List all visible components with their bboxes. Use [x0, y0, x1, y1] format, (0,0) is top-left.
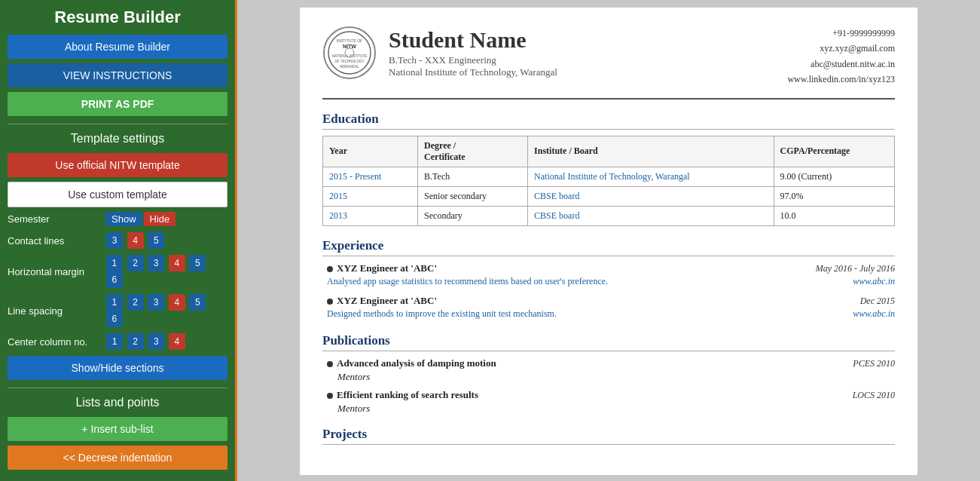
bullet-icon — [327, 393, 333, 399]
edu-institute: CBSE board — [528, 206, 774, 225]
bullet-icon — [327, 361, 333, 367]
edu-year: 2015 — [323, 186, 418, 206]
pub-title-text: Advanced analysis of damping motion — [337, 357, 496, 369]
line-spacing-row: Line spacing 1 2 3 4 5 6 — [8, 294, 227, 327]
contact-linkedin: www.linkedin.com/in/xyz123 — [787, 72, 895, 87]
student-degree: B.Tech - XXX Engineering — [389, 54, 557, 66]
student-name: Student Name — [389, 27, 557, 53]
hm-2-button[interactable]: 2 — [127, 255, 144, 271]
hm-5-button[interactable]: 5 — [189, 255, 206, 271]
hm-3-button[interactable]: 3 — [148, 255, 164, 271]
app-title: Resume Builder — [8, 8, 227, 27]
entry-title-text: XYZ Engineer at 'ABC' — [337, 262, 437, 274]
ls-4-button[interactable]: 4 — [169, 294, 185, 311]
contact-phone: +91-9999999999 — [787, 26, 895, 41]
entry-title: XYZ Engineer at 'ABC' — [327, 295, 437, 307]
edu-col-institute: Institute / Board — [528, 136, 774, 167]
cc-3-button[interactable]: 3 — [148, 333, 164, 350]
entry-details: Analysed app usage statistics to recomme… — [327, 276, 895, 289]
contact-3-button[interactable]: 3 — [106, 232, 123, 249]
contact-lines-label: Contact lines — [8, 235, 105, 247]
pub-subtitle: Mentors — [327, 403, 895, 415]
view-instructions-button[interactable]: VIEW INSTRUCTIONS — [8, 63, 227, 87]
education-title: Education — [322, 112, 895, 130]
edu-year: 2013 — [323, 206, 418, 225]
hm-4-button[interactable]: 4 — [169, 255, 185, 271]
svg-text:WARANGAL: WARANGAL — [340, 65, 359, 69]
edu-degree: B.Tech — [418, 167, 528, 186]
cc-1-button[interactable]: 1 — [106, 333, 123, 350]
contact-5-button[interactable]: 5 — [148, 232, 164, 249]
contact-4-button[interactable]: 4 — [127, 232, 144, 249]
decrease-indent-button[interactable]: << Decrese indentation — [8, 446, 227, 470]
publication-items: Advanced analysis of damping motion PCES… — [322, 357, 895, 415]
hm-6-button[interactable]: 6 — [106, 271, 123, 288]
line-spacing-buttons: 1 2 3 4 5 6 — [105, 294, 227, 327]
list-item: XYZ Engineer at 'ABC' May 2016 - July 20… — [322, 262, 895, 289]
about-button[interactable]: About Resume Builder — [8, 35, 227, 59]
insert-sub-list-button[interactable]: + Insert sub-list — [8, 417, 227, 441]
hm-1-button[interactable]: 1 — [106, 255, 123, 271]
edu-cgpa: 10.0 — [774, 206, 894, 225]
use-custom-template-button[interactable]: Use custom template — [8, 182, 227, 207]
pub-subtitle: Mentors — [327, 371, 895, 383]
edu-cgpa: 97.0% — [774, 186, 894, 206]
edu-year: 2015 - Present — [323, 167, 418, 186]
cc-2-button[interactable]: 2 — [127, 333, 144, 350]
ls-1-button[interactable]: 1 — [106, 294, 123, 311]
list-item: Advanced analysis of damping motion PCES… — [322, 357, 895, 383]
use-official-template-button[interactable]: Use official NITW template — [8, 153, 227, 177]
semester-hide-button[interactable]: Hide — [144, 212, 176, 226]
experience-title: Experience — [322, 238, 895, 256]
lists-title: Lists and points — [8, 396, 227, 409]
ls-3-button[interactable]: 3 — [148, 294, 164, 311]
resume-name-block: Student Name B.Tech - XXX Engineering Na… — [389, 27, 557, 78]
edu-institute: CBSE board — [528, 186, 774, 206]
edu-institute: National Institute of Technology, Warang… — [528, 167, 774, 186]
bullet-icon — [327, 266, 333, 272]
ls-6-button[interactable]: 6 — [106, 311, 123, 327]
entry-row: XYZ Engineer at 'ABC' May 2016 - July 20… — [327, 262, 895, 274]
resume-header-left: INSTITUTE OF NITW NATIONAL INSTITUTE OF … — [322, 26, 557, 80]
entry-link: www.abc.in — [853, 276, 895, 289]
svg-point-0 — [324, 27, 375, 78]
pub-row: Advanced analysis of damping motion PCES… — [327, 357, 895, 369]
sidebar: Resume Builder About Resume Builder VIEW… — [0, 0, 237, 481]
horizontal-margin-label: Horizontal margin — [8, 266, 105, 277]
contact-email2: abc@student.nitw.ac.in — [787, 57, 895, 72]
center-column-row: Center column no. 1 2 3 4 — [8, 333, 227, 350]
resume-contact: +91-9999999999 xyz.xyz@gmail.com abc@stu… — [787, 26, 895, 87]
resume-document: INSTITUTE OF NITW NATIONAL INSTITUTE OF … — [300, 8, 917, 475]
print-pdf-button[interactable]: PRINT AS PDF — [8, 92, 227, 116]
pub-row: Efficient ranking of search results LOCS… — [327, 389, 895, 401]
publications-title: Publications — [322, 333, 895, 351]
education-section: Education Year Degree /Certificate Insti… — [322, 112, 895, 226]
education-table-body: 2015 - Present B.Tech National Institute… — [323, 167, 895, 225]
ls-2-button[interactable]: 2 — [127, 294, 144, 311]
resume-header: INSTITUTE OF NITW NATIONAL INSTITUTE OF … — [322, 26, 895, 100]
edu-degree: Secondary — [418, 206, 528, 225]
entry-link: www.abc.in — [853, 308, 895, 321]
line-spacing-label: Line spacing — [8, 305, 105, 317]
semester-show-button[interactable]: Show — [105, 212, 142, 226]
edu-col-degree: Degree /Certificate — [418, 136, 528, 167]
edu-col-cgpa: CGPA/Percentage — [774, 136, 894, 167]
pub-subtitle-text: Mentors — [337, 403, 370, 414]
projects-title: Projects — [322, 427, 895, 445]
ls-5-button[interactable]: 5 — [189, 294, 206, 311]
edu-cgpa: 9.00 (Current) — [774, 167, 894, 186]
semester-label: Semester — [8, 213, 105, 225]
show-hide-sections-button[interactable]: Show/Hide sections — [8, 356, 227, 380]
list-item: Efficient ranking of search results LOCS… — [322, 389, 895, 415]
svg-text:INSTITUTE OF: INSTITUTE OF — [337, 38, 362, 43]
edu-degree: Senior secondary — [418, 186, 528, 206]
divider1 — [8, 124, 227, 124]
table-row: 2013 Secondary CBSE board 10.0 — [323, 206, 895, 225]
entry-title-text: XYZ Engineer at 'ABC' — [337, 295, 437, 306]
cc-4-button[interactable]: 4 — [169, 333, 185, 350]
table-row: 2015 - Present B.Tech National Institute… — [323, 167, 895, 186]
horizontal-margin-row: Horizontal margin 1 2 3 4 5 6 — [8, 255, 227, 288]
projects-section: Projects — [322, 427, 895, 445]
publications-section: Publications Advanced analysis of dampin… — [322, 333, 895, 415]
edu-table-header-row: Year Degree /Certificate Institute / Boa… — [323, 136, 895, 167]
